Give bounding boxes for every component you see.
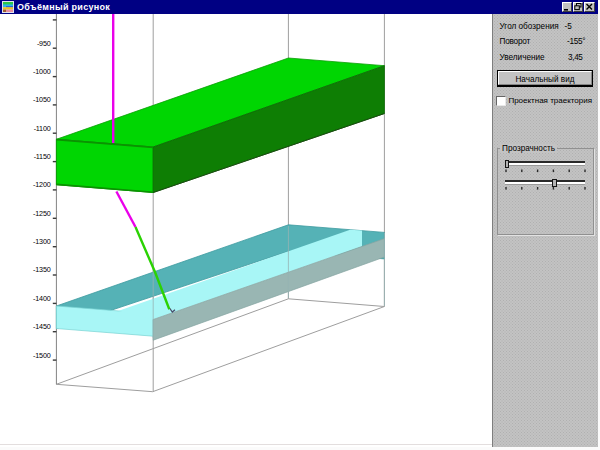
svg-text:-1400: -1400 [33,294,51,303]
svg-text:-1450: -1450 [33,322,51,331]
svg-text:-950: -950 [37,39,51,48]
svg-text:-1100: -1100 [34,124,51,133]
svg-text:-1350: -1350 [33,265,51,274]
svg-text:-1150: -1150 [34,152,51,161]
svg-text:-1300: -1300 [33,237,51,246]
svg-text:-1050: -1050 [33,95,51,104]
svg-text:-1500: -1500 [33,351,51,360]
svg-text:-1000: -1000 [33,67,51,76]
svg-text:-1200: -1200 [33,180,51,189]
svg-text:-1250: -1250 [33,209,51,218]
